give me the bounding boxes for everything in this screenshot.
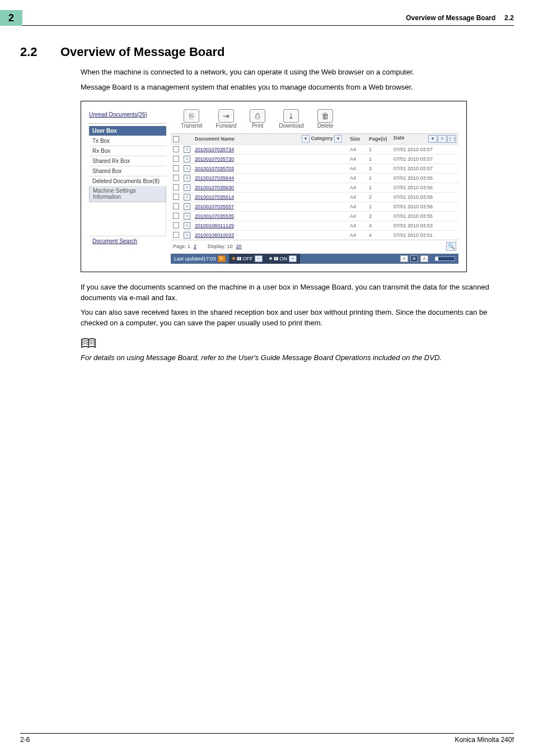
row-checkbox[interactable] (173, 156, 179, 162)
section-number: 2.2 (20, 45, 60, 59)
row-checkbox[interactable] (173, 184, 179, 190)
chevron-down-icon[interactable]: ▾ (334, 135, 342, 143)
info-icon[interactable]: i (184, 232, 190, 239)
book-icon (81, 338, 96, 349)
cell-size: A4 (348, 202, 367, 211)
toolbar: ⎘ Transmit ⇥ Forward ⎙ Print ⤓ Download (171, 109, 458, 133)
toolbar-transmit[interactable]: ⎘ Transmit (181, 109, 203, 129)
doc-link[interactable]: 20100106010033 (195, 232, 234, 238)
search-button[interactable]: 🔍 (446, 242, 456, 251)
doc-link[interactable]: 20100107035720 (195, 156, 234, 162)
sidebar-item-sharedbox[interactable]: Shared Box (89, 166, 166, 176)
cell-pages: 1 (367, 173, 391, 183)
row-checkbox[interactable] (173, 222, 179, 228)
status-dot-icon (269, 257, 272, 260)
info-icon[interactable]: i (184, 213, 190, 220)
sidebar-tab-machine[interactable]: Machine Settings Information (89, 186, 166, 202)
row-checkbox[interactable] (173, 203, 179, 209)
font-size-large[interactable]: A (420, 255, 428, 262)
col-doc-name[interactable]: Document Name (193, 133, 299, 144)
toolbar-forward[interactable]: ⇥ Forward (216, 109, 237, 129)
sidebar-item-txbox[interactable]: Tx Box (89, 136, 166, 146)
sidebar-item-deleted[interactable]: Deleted Documents Box(8) (89, 176, 166, 186)
table-row: i20100107035614A4207/01 2010 03:56 (171, 192, 458, 202)
unread-docs-link[interactable]: Unread Documents(26) (89, 111, 147, 118)
cell-pages: 1 (367, 202, 391, 211)
row-checkbox[interactable] (173, 146, 179, 152)
pager-display-20[interactable]: 20 (236, 244, 242, 249)
info-icon[interactable]: i (184, 156, 190, 162)
info-icon[interactable]: i (184, 203, 190, 210)
toolbar-print[interactable]: ⎙ Print (250, 109, 265, 129)
doc-link[interactable]: 20100107035644 (195, 175, 234, 181)
info-icon[interactable]: i (184, 222, 190, 229)
row-checkbox[interactable] (173, 194, 179, 200)
print-icon: ⎙ (250, 109, 265, 123)
doc-link[interactable]: 20100107035630 (195, 185, 234, 190)
toolbar-download[interactable]: ⤓ Download (279, 109, 303, 129)
note-para: For details on using Message Board, refe… (81, 353, 512, 363)
header-title: Overview of Message Board (406, 14, 495, 22)
font-size-small[interactable]: A (400, 255, 408, 262)
col-category[interactable]: ▾ Category ▾ (299, 133, 348, 144)
toolbar-label: Delete (317, 123, 334, 129)
pager-display-label: Display: 10 (208, 244, 233, 249)
cell-pages: 1 (367, 154, 391, 164)
header-line: Overview of Message Board 2.2 (22, 10, 514, 26)
info-icon[interactable]: i (184, 194, 190, 200)
col-pages[interactable]: Page(s) (367, 133, 391, 144)
col-date[interactable]: Date ▾≡⋮⋮ (391, 133, 458, 144)
col-size[interactable]: Size (348, 133, 367, 144)
toolbar-label: Download (279, 123, 303, 129)
cell-pages: 2 (367, 192, 391, 202)
cell-pages: 4 (367, 230, 391, 240)
sidebar-item-rxbox[interactable]: Rx Box (89, 146, 166, 156)
cell-date: 07/01 2010 03:56 (391, 173, 458, 183)
table-row: i20100106010033A4407/01 2010 03:51 (171, 230, 458, 240)
doc-link[interactable]: 20100107035703 (195, 166, 234, 171)
cell-pages: 1 (367, 144, 391, 154)
cell-size: A4 (348, 173, 367, 183)
status-on-label: ON (280, 256, 288, 262)
status-updated: Last updated17:03 ↻ (171, 254, 229, 264)
row-checkbox[interactable] (173, 232, 179, 238)
list-view-icon[interactable]: ≡ (438, 135, 447, 143)
row-checkbox[interactable] (173, 213, 179, 219)
table-row: i20100107035630A4107/01 2010 03:56 (171, 183, 458, 192)
select-all-checkbox[interactable] (173, 136, 179, 142)
sidebar-item-sharedrx[interactable]: Shared Rx Box (89, 156, 166, 166)
info-icon[interactable]: i (184, 175, 190, 181)
message-board-screenshot: Unread Documents(26) User Box Tx Box Rx … (81, 101, 467, 272)
doc-link[interactable]: 20100107035557 (195, 204, 234, 209)
doc-link[interactable]: 20100107035614 (195, 194, 234, 200)
grid-view-icon[interactable]: ⋮⋮ (447, 135, 456, 143)
pager-page-label: Page: 1 (173, 244, 190, 249)
toggle-on-icon[interactable]: ↔ (289, 255, 297, 262)
cell-date: 07/01 2010 03:57 (391, 144, 458, 154)
sort-button[interactable]: ▾ (428, 135, 437, 143)
cell-pages: 4 (367, 221, 391, 230)
toolbar-delete[interactable]: 🗑 Delete (317, 109, 334, 129)
row-checkbox[interactable] (173, 165, 179, 171)
footer: 2-6 Konica Minolta 240f (20, 733, 514, 744)
intro-para-1: When the machine is connected to a netwo… (81, 67, 512, 78)
toggle-off-icon[interactable]: ↔ (255, 255, 263, 262)
cell-pages: 2 (367, 211, 391, 221)
sidebar-document-search[interactable]: Document Search (92, 238, 137, 244)
forward-icon: ⇥ (218, 109, 234, 123)
sidebar-tab-userbox[interactable]: User Box (89, 126, 166, 136)
pager-page-2[interactable]: 2 (194, 244, 196, 249)
chevron-down-icon[interactable]: ▾ (302, 135, 310, 143)
row-checkbox[interactable] (173, 175, 179, 181)
cell-date: 07/01 2010 03:56 (391, 192, 458, 202)
doc-link[interactable]: 20100107035734 (195, 147, 234, 152)
info-icon[interactable]: i (184, 184, 190, 191)
doc-link[interactable]: 20100106011129 (195, 223, 234, 228)
doc-link[interactable]: 20100107035535 (195, 213, 234, 219)
info-icon[interactable]: i (184, 146, 190, 153)
info-icon[interactable]: i (184, 165, 190, 172)
refresh-icon[interactable]: ↻ (218, 255, 226, 262)
font-size-medium[interactable]: A (410, 255, 418, 262)
table-row: i20100107035720A4107/01 2010 03:57 (171, 154, 458, 164)
storage-bar (435, 256, 455, 261)
